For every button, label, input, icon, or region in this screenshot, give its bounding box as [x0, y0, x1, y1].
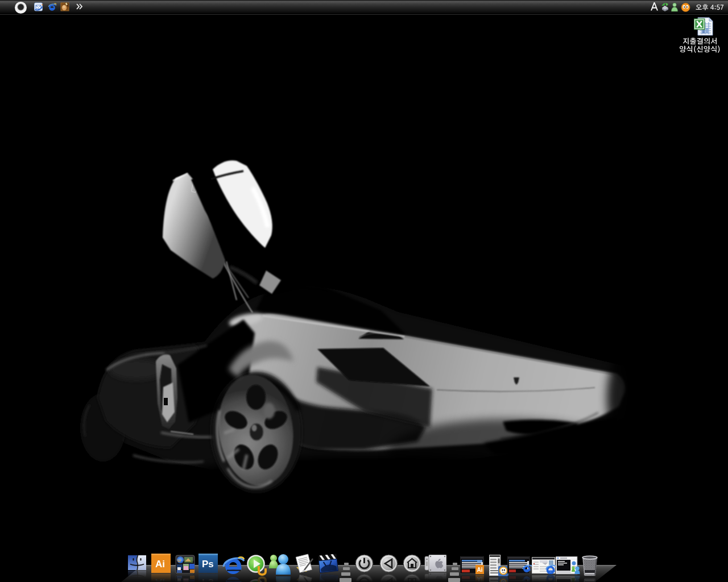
svg-text:Ai: Ai [477, 567, 483, 573]
svg-text:Ps: Ps [202, 559, 214, 569]
svg-text:Ai: Ai [155, 559, 165, 569]
